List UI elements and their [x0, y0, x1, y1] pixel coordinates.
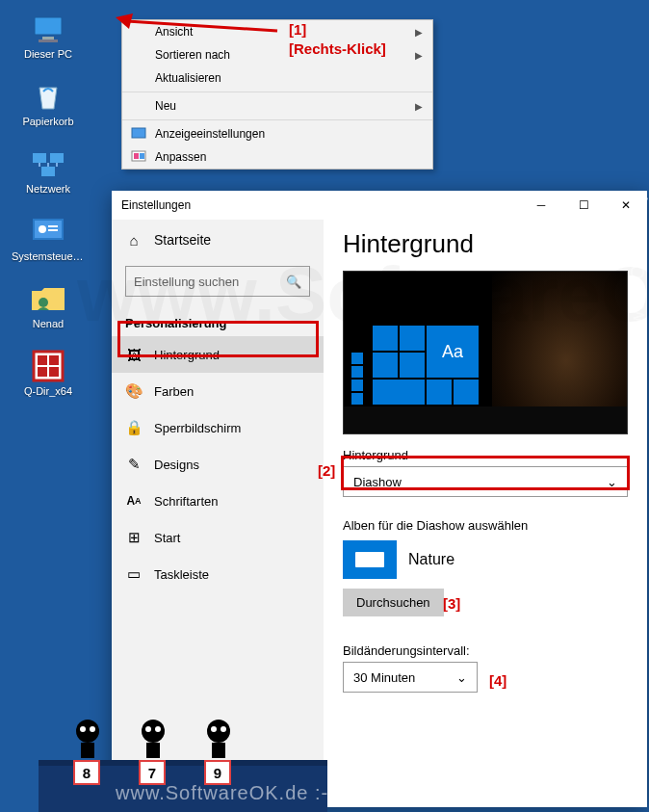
background-dropdown[interactable]: Diashow ⌄ [343, 466, 628, 497]
ctx-refresh[interactable]: Aktualisieren [122, 66, 432, 90]
desktop-icon-thispc[interactable]: Dieser PC [12, 12, 85, 60]
qdir-icon [29, 349, 67, 383]
svg-rect-0 [35, 17, 62, 35]
recyclebin-icon [29, 79, 67, 114]
ctx-display-settings[interactable]: Anzeigeeinstellungen [122, 122, 432, 145]
svg-rect-10 [48, 229, 58, 231]
chevron-right-icon: ▶ [415, 50, 423, 61]
userfolder-icon [29, 281, 67, 316]
desktop-icon-qdir[interactable]: Q-Dir_x64 [12, 349, 85, 397]
sidebar-item-background[interactable]: 🖼 Hintergrund [112, 336, 324, 373]
chevron-right-icon: ▶ [415, 27, 423, 38]
taskbar-icon: ▭ [125, 565, 143, 583]
maximize-button[interactable]: ☐ [562, 191, 605, 220]
page-heading: Hintergrund [343, 229, 628, 259]
titlebar[interactable]: Einstellungen ─ ☐ ✕ [112, 191, 647, 220]
desktop-icon-controlpanel[interactable]: Systemsteuerung [12, 214, 85, 262]
network-icon [29, 146, 67, 181]
chevron-right-icon: ▶ [415, 101, 423, 112]
sidebar-item-fonts[interactable]: AA Schriftarten [112, 483, 324, 519]
sidebar-home[interactable]: ⌂ Startseite [112, 223, 324, 256]
separator [122, 119, 432, 120]
chevron-down-icon: ⌄ [607, 475, 617, 489]
svg-rect-16 [49, 367, 59, 377]
settings-window: Einstellungen ─ ☐ ✕ ⌂ Startseite Einstel… [112, 191, 647, 807]
sidebar-item-lockscreen[interactable]: 🔒 Sperrbildschirm [112, 409, 324, 446]
close-button[interactable]: ✕ [605, 191, 647, 220]
svg-rect-14 [49, 355, 59, 365]
svg-rect-19 [134, 153, 139, 159]
background-label: Hintergrund [343, 448, 628, 462]
mascot-2: 7 [135, 720, 171, 768]
svg-point-8 [39, 225, 46, 233]
svg-rect-17 [132, 128, 145, 138]
start-icon: ⊞ [125, 529, 143, 546]
themes-icon: ✎ [125, 456, 143, 473]
settings-search[interactable]: Einstellung suchen 🔍 [125, 266, 310, 297]
settings-main: Hintergrund Aa Hintergrund Diashow ⌄ Alb… [324, 220, 647, 807]
palette-icon: 🎨 [125, 382, 143, 400]
sidebar-item-themes[interactable]: ✎ Designs [112, 446, 324, 483]
picture-icon: 🖼 [125, 346, 143, 363]
home-icon: ⌂ [125, 231, 143, 249]
separator [122, 92, 432, 92]
display-icon [130, 126, 147, 142]
svg-rect-2 [39, 39, 58, 42]
svg-rect-13 [38, 355, 47, 365]
svg-rect-9 [48, 225, 58, 227]
desktop-icon-network[interactable]: Netzwerk [12, 146, 85, 195]
svg-point-11 [39, 298, 48, 307]
background-preview: Aa [343, 271, 628, 434]
personalize-icon [130, 149, 147, 165]
lock-icon: 🔒 [125, 419, 143, 436]
sidebar-category: Personalisierung [112, 306, 324, 336]
chevron-down-icon: ⌄ [456, 670, 467, 685]
album-thumb [343, 540, 397, 579]
fonts-icon: AA [125, 492, 143, 510]
ctx-view[interactable]: Ansicht▶ [122, 20, 432, 43]
sidebar-item-colors[interactable]: 🎨 Farben [112, 373, 324, 409]
browse-button[interactable]: Durchsuchen [343, 589, 444, 616]
album-item[interactable]: Nature [343, 540, 628, 579]
svg-rect-5 [41, 167, 55, 176]
desktop-context-menu: Ansicht▶ Sortieren nach▶ Aktualisieren N… [121, 19, 433, 170]
ctx-new[interactable]: Neu▶ [122, 94, 432, 118]
window-title: Einstellungen [121, 198, 191, 212]
svg-rect-15 [38, 367, 47, 377]
mascot-1: 8 [69, 720, 106, 768]
controlpanel-icon [29, 214, 67, 249]
sidebar-item-taskbar[interactable]: ▭ Taskleiste [112, 556, 324, 592]
svg-rect-3 [33, 153, 46, 163]
interval-label: Bildänderungsintervall: [343, 643, 628, 658]
album-label: Alben für die Diashow auswählen [343, 518, 628, 533]
search-icon: 🔍 [286, 275, 301, 289]
desktop-icon-user[interactable]: Nenad [12, 281, 85, 329]
computer-icon [29, 12, 67, 46]
svg-rect-1 [42, 37, 54, 39]
svg-rect-20 [140, 153, 144, 159]
ctx-sort[interactable]: Sortieren nach▶ [122, 43, 432, 66]
mascot-3: 9 [200, 720, 237, 768]
sidebar-item-start[interactable]: ⊞ Start [112, 519, 324, 556]
interval-dropdown[interactable]: 30 Minuten ⌄ [343, 662, 478, 693]
ctx-personalize[interactable]: Anpassen [122, 145, 432, 169]
desktop-icon-recyclebin[interactable]: Papierkorb [12, 79, 85, 127]
minimize-button[interactable]: ─ [520, 191, 562, 220]
svg-rect-4 [50, 153, 64, 163]
